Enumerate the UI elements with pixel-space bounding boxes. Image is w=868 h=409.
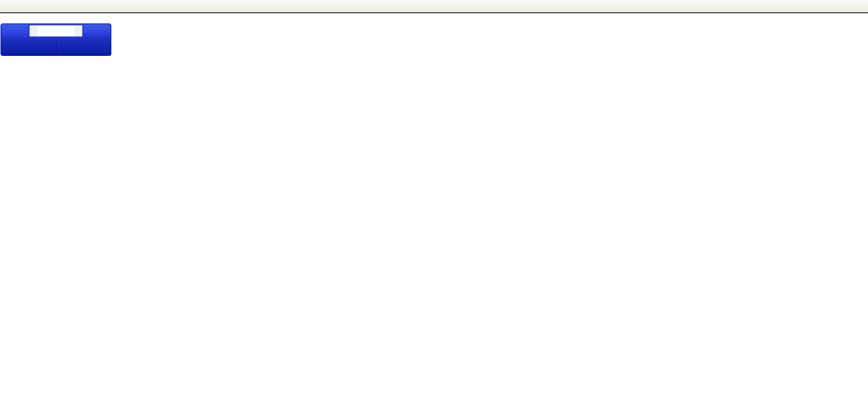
sell-button[interactable] — [2, 24, 28, 37]
one-click-trading-top-row — [1, 24, 111, 38]
buy-price[interactable] — [56, 38, 111, 55]
one-click-trading-panel — [1, 23, 111, 56]
sell-price[interactable] — [1, 38, 56, 55]
one-click-trading-prices — [1, 38, 111, 55]
volume-increase-button[interactable] — [74, 26, 82, 36]
chart-canvas[interactable] — [0, 0, 868, 409]
mt4-terminal: { "toolbar": { "items": [ {"name":"new-o… — [0, 0, 868, 409]
volume-stepper — [29, 25, 83, 37]
volume-input[interactable] — [38, 26, 74, 36]
toolbar — [0, 0, 868, 13]
volume-decrease-button[interactable] — [30, 26, 38, 36]
buy-button[interactable] — [84, 24, 110, 37]
